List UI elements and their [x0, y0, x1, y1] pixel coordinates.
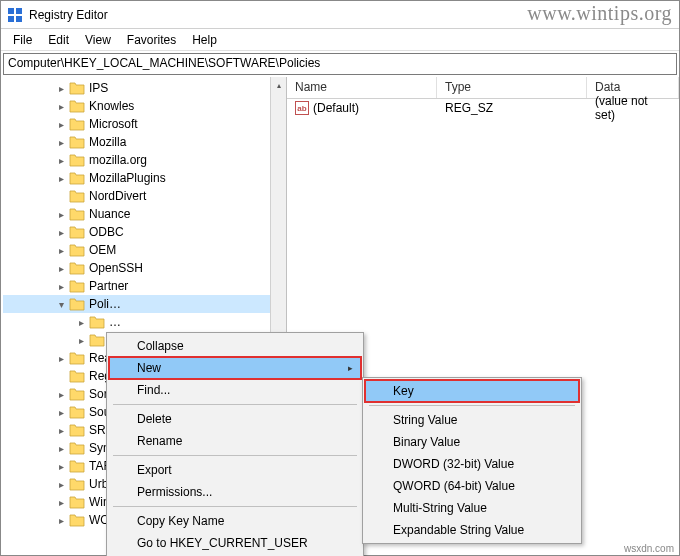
tree-item[interactable]: ▸Knowles: [3, 97, 286, 115]
footer-watermark: wsxdn.com: [624, 543, 674, 554]
chevron-right-icon[interactable]: ▸: [75, 317, 87, 328]
tree-item-label: Partner: [89, 279, 128, 293]
chevron-right-icon[interactable]: ▸: [75, 335, 87, 346]
chevron-right-icon[interactable]: ▸: [55, 407, 67, 418]
tree-item[interactable]: ▸Nuance: [3, 205, 286, 223]
chevron-right-icon[interactable]: ▸: [55, 353, 67, 364]
list-row[interactable]: ab (Default) REG_SZ (value not set): [287, 99, 679, 117]
folder-icon: [69, 513, 85, 527]
chevron-right-icon[interactable]: ▸: [55, 245, 67, 256]
folder-icon: [69, 477, 85, 491]
sm-exp-string[interactable]: Expandable String Value: [365, 519, 579, 541]
sm-qword[interactable]: QWORD (64-bit) Value: [365, 475, 579, 497]
cm-export[interactable]: Export: [109, 459, 361, 481]
tree-item-label: Nuance: [89, 207, 130, 221]
tree-item[interactable]: ▸IPS: [3, 79, 286, 97]
folder-icon: [69, 81, 85, 95]
folder-icon: [69, 99, 85, 113]
chevron-down-icon[interactable]: ▾: [55, 299, 67, 310]
scroll-up-icon[interactable]: ▴: [271, 77, 286, 93]
tree-item-label: NordDivert: [89, 189, 146, 203]
tree-item[interactable]: ▸MozillaPlugins: [3, 169, 286, 187]
chevron-right-icon[interactable]: ▸: [55, 515, 67, 526]
cm-separator: [113, 506, 357, 507]
tree-item[interactable]: ▸Partner: [3, 277, 286, 295]
folder-icon: [69, 459, 85, 473]
value-name-cell: ab (Default): [287, 101, 437, 115]
tree-item-label: MozillaPlugins: [89, 171, 166, 185]
chevron-right-icon[interactable]: ▸: [55, 461, 67, 472]
chevron-right-icon[interactable]: ▸: [55, 425, 67, 436]
menu-help[interactable]: Help: [184, 31, 225, 49]
tree-item[interactable]: ▸mozilla.org: [3, 151, 286, 169]
tree-item-label: ODBC: [89, 225, 124, 239]
folder-icon: [69, 171, 85, 185]
sm-key[interactable]: Key: [365, 380, 579, 402]
sm-binary[interactable]: Binary Value: [365, 431, 579, 453]
chevron-right-icon[interactable]: ▸: [55, 137, 67, 148]
folder-icon: [69, 207, 85, 221]
menubar: File Edit View Favorites Help: [1, 29, 679, 51]
tree-item-label: mozilla.org: [89, 153, 147, 167]
tree-item[interactable]: ▸…: [3, 313, 286, 331]
tree-item[interactable]: NordDivert: [3, 187, 286, 205]
cm-go-to-hkcu[interactable]: Go to HKEY_CURRENT_USER: [109, 532, 361, 554]
tree-item[interactable]: ▾Poli…: [3, 295, 286, 313]
cm-find[interactable]: Find...: [109, 379, 361, 401]
folder-icon: [89, 315, 105, 329]
folder-icon: [69, 351, 85, 365]
cm-delete[interactable]: Delete: [109, 408, 361, 430]
chevron-right-icon[interactable]: ▸: [55, 119, 67, 130]
col-name[interactable]: Name: [287, 77, 437, 98]
folder-icon: [69, 225, 85, 239]
chevron-right-icon[interactable]: ▸: [55, 479, 67, 490]
window-title: Registry Editor: [29, 8, 108, 22]
cm-separator: [113, 455, 357, 456]
tree-item-label: OpenSSH: [89, 261, 143, 275]
col-type[interactable]: Type: [437, 77, 587, 98]
cm-separator: [113, 404, 357, 405]
sm-string[interactable]: String Value: [365, 409, 579, 431]
cm-collapse[interactable]: Collapse: [109, 335, 361, 357]
folder-icon: [69, 441, 85, 455]
chevron-right-icon[interactable]: ▸: [55, 209, 67, 220]
tree-item[interactable]: ▸OEM: [3, 241, 286, 259]
svg-rect-3: [16, 16, 22, 22]
tree-item-label: …: [109, 315, 121, 329]
cm-separator: [369, 405, 575, 406]
folder-icon: [89, 333, 105, 347]
cm-rename[interactable]: Rename: [109, 430, 361, 452]
menu-edit[interactable]: Edit: [40, 31, 77, 49]
chevron-right-icon[interactable]: ▸: [55, 101, 67, 112]
menu-view[interactable]: View: [77, 31, 119, 49]
address-bar[interactable]: Computer\HKEY_LOCAL_MACHINE\SOFTWARE\Pol…: [3, 53, 677, 75]
chevron-right-icon[interactable]: ▸: [55, 263, 67, 274]
chevron-right-icon[interactable]: ▸: [55, 497, 67, 508]
cm-permissions[interactable]: Permissions...: [109, 481, 361, 503]
chevron-right-icon[interactable]: ▸: [55, 389, 67, 400]
sm-multi-string[interactable]: Multi-String Value: [365, 497, 579, 519]
tree-item-label: IPS: [89, 81, 108, 95]
menu-favorites[interactable]: Favorites: [119, 31, 184, 49]
tree-item[interactable]: ▸OpenSSH: [3, 259, 286, 277]
folder-icon: [69, 369, 85, 383]
tree-item[interactable]: ▸Microsoft: [3, 115, 286, 133]
chevron-right-icon[interactable]: ▸: [55, 281, 67, 292]
svg-rect-0: [8, 8, 14, 14]
chevron-right-icon[interactable]: ▸: [55, 443, 67, 454]
tree-item[interactable]: ▸Mozilla: [3, 133, 286, 151]
chevron-right-icon[interactable]: ▸: [55, 155, 67, 166]
sm-dword[interactable]: DWORD (32-bit) Value: [365, 453, 579, 475]
folder-icon: [69, 117, 85, 131]
folder-icon: [69, 279, 85, 293]
chevron-right-icon[interactable]: ▸: [55, 83, 67, 94]
menu-file[interactable]: File: [5, 31, 40, 49]
cm-new[interactable]: New ▸: [109, 357, 361, 379]
value-name: (Default): [313, 101, 359, 115]
tree-item[interactable]: ▸ODBC: [3, 223, 286, 241]
cm-new-label: New: [137, 361, 161, 375]
chevron-right-icon[interactable]: ▸: [55, 173, 67, 184]
cm-copy-key-name[interactable]: Copy Key Name: [109, 510, 361, 532]
chevron-right-icon[interactable]: ▸: [55, 227, 67, 238]
folder-icon: [69, 405, 85, 419]
